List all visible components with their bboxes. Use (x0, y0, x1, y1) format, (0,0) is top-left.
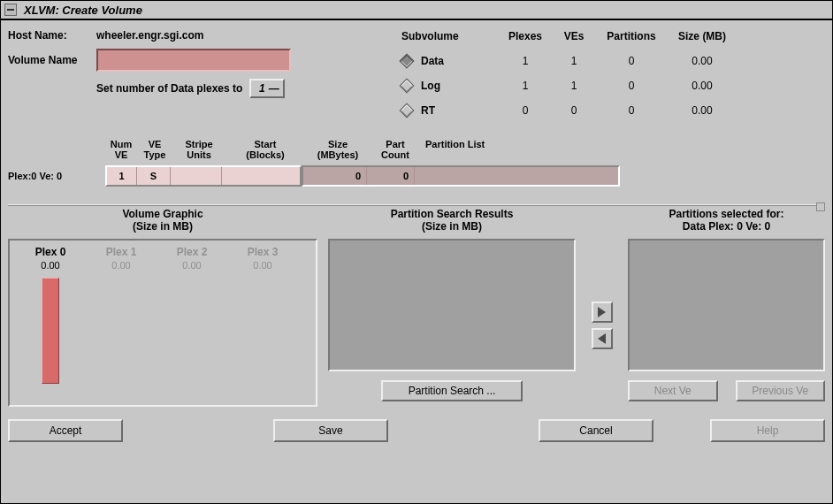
col-plexes: Plexes (499, 30, 552, 42)
selected-title: Partitions selected for:Data Plex: 0 Ve:… (628, 208, 825, 233)
col-partitions: Partitions (596, 30, 667, 42)
add-partition-button[interactable] (592, 302, 613, 323)
cell-num-ve[interactable]: 1 (107, 167, 137, 185)
accept-button[interactable]: Accept (8, 419, 123, 442)
host-name-value: wheeler.engr.sgi.com (96, 29, 203, 42)
search-results-list[interactable] (328, 239, 576, 371)
radio-icon[interactable] (400, 103, 415, 118)
cell-start-blocks[interactable] (222, 167, 300, 185)
create-volume-window: XLVM: Create Volume Host Name: wheeler.e… (0, 0, 833, 504)
divider (8, 204, 825, 206)
cell-ve-type[interactable]: S (137, 167, 171, 185)
plex-count-value: 1 (259, 82, 265, 95)
plex-col-2: Plex 2 0.00 (157, 246, 227, 400)
plex-count-stepper[interactable]: 1 — (249, 79, 285, 98)
previous-ve-button[interactable]: Previous Ve (736, 380, 826, 401)
subvolume-row-data[interactable]: Data 1 1 0 0.00 (401, 49, 825, 73)
volume-graphic-box: Plex 0 0.00 Plex 1 0.00 Plex 2 0.00 Plex… (8, 239, 317, 407)
ve-grid-headers: Num VE VE Type Stripe Units Start (Block… (8, 139, 825, 160)
cell-stripe-units[interactable] (171, 167, 222, 185)
plex-col-3: Plex 3 0.00 (227, 246, 298, 400)
subvolume-table: Subvolume Plexes VEs Partitions Size (MB… (401, 24, 825, 123)
partition-search-button[interactable]: Partition Search ... (381, 380, 523, 401)
remove-partition-button[interactable] (592, 328, 613, 349)
ve-row[interactable]: Plex:0 Ve: 0 1 S 0 0 (8, 165, 825, 187)
volume-graphic-title: Volume Graphic(Size in MB) (8, 208, 317, 233)
plex-count-glyph: — (269, 82, 279, 95)
plex-col-1: Plex 1 0.00 (86, 246, 157, 400)
subvolume-row-log[interactable]: Log 1 1 0 0.00 (401, 73, 825, 98)
subvolume-row-rt[interactable]: RT 0 0 0 0.00 (401, 98, 825, 123)
cell-size-mb: 0 (303, 167, 367, 185)
plex-col-0[interactable]: Plex 0 0.00 (15, 246, 86, 400)
client-area: Host Name: wheeler.engr.sgi.com Volume N… (1, 20, 832, 503)
plex-count-label: Set number of Data plexes to (96, 82, 242, 95)
ve-row-label: Plex:0 Ve: 0 (8, 165, 105, 187)
titlebar[interactable]: XLVM: Create Volume (1, 1, 832, 20)
window-title: XLVM: Create Volume (24, 4, 142, 17)
col-subvolume: Subvolume (401, 30, 499, 42)
search-title: Partition Search Results(Size in MB) (328, 208, 576, 233)
radio-icon[interactable] (400, 79, 415, 94)
volume-name-label: Volume Name (8, 54, 96, 66)
col-size: Size (MB) (667, 30, 737, 42)
arrow-left-icon (598, 333, 606, 344)
next-ve-button[interactable]: Next Ve (628, 380, 718, 401)
col-ves: VEs (552, 30, 596, 42)
cell-part-count: 0 (367, 167, 415, 185)
save-button[interactable]: Save (273, 419, 388, 442)
host-name-label: Host Name: (8, 29, 96, 42)
selected-partitions-list[interactable] (628, 239, 825, 371)
volume-name-input[interactable] (96, 49, 291, 72)
arrow-right-icon (598, 307, 606, 317)
radio-icon[interactable] (400, 54, 415, 69)
cell-partition-list (415, 167, 618, 185)
window-menu-icon[interactable] (4, 4, 17, 16)
cancel-button[interactable]: Cancel (539, 419, 653, 442)
help-button[interactable]: Help (710, 419, 825, 442)
plex-bar-0 (42, 278, 59, 384)
